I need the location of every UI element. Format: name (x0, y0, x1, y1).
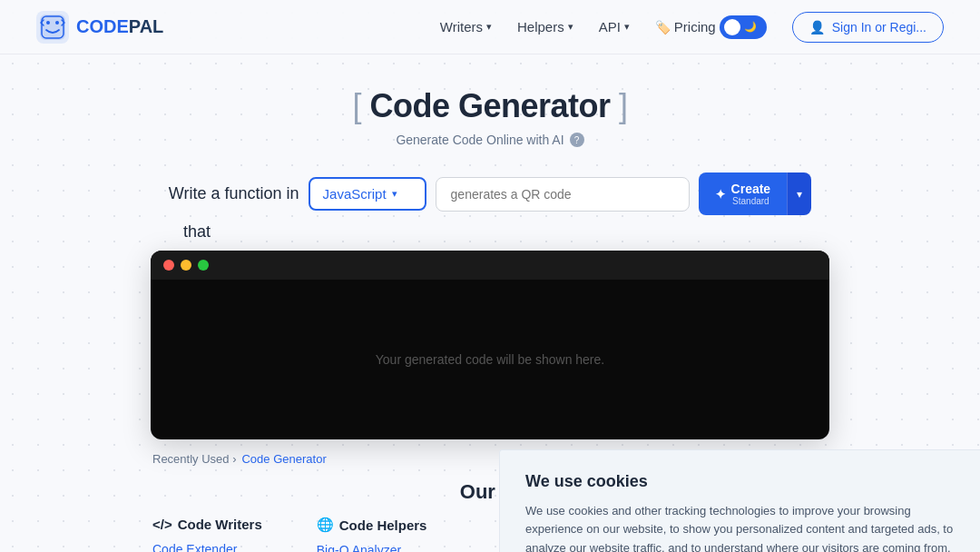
code-description-input[interactable] (436, 177, 690, 212)
globe-icon: 🌐 (317, 517, 334, 533)
pricing-icon: 🏷️ (655, 20, 671, 34)
create-button-group: ✦ Create Standard ▾ (699, 172, 812, 215)
recently-link[interactable]: Code Generator (241, 452, 326, 466)
chevron-down-icon: ▾ (568, 21, 573, 33)
logo-code: CODE (76, 16, 129, 36)
cookie-text: We use cookies and other tracking techno… (525, 502, 955, 552)
bracket-close: ] (619, 87, 628, 124)
code-icon: </> (152, 517, 172, 532)
code-writers-title: </> Code Writers (152, 517, 262, 532)
svg-point-4 (55, 21, 59, 25)
terminal-minimize-dot (181, 260, 191, 271)
cookie-banner: We use cookies We use cookies and other … (499, 449, 980, 552)
terminal-bar (151, 251, 829, 280)
list-item: Big-O Analyzer (317, 542, 427, 552)
code-helpers-title: 🌐 Code Helpers (317, 517, 427, 533)
tools-grid: </> Code Writers Code Extender Code Fixe… (152, 517, 426, 552)
create-dropdown-button[interactable]: ▾ (787, 172, 811, 215)
terminal-placeholder: Your generated code will be shown here. (376, 352, 604, 367)
subtitle-row: Generate Code Online with AI ? (396, 133, 583, 147)
create-label: Create (731, 182, 771, 196)
code-writers-column: </> Code Writers Code Extender Code Fixe… (152, 517, 262, 552)
user-icon: 👤 (809, 20, 825, 34)
toggle-circle (724, 19, 740, 35)
code-terminal: Your generated code will be shown here. (151, 251, 829, 439)
gen-label: Write a function in (169, 184, 299, 203)
logo[interactable]: CODEPAL (36, 11, 163, 44)
theme-toggle[interactable]: 🌙 (720, 15, 767, 39)
svg-point-3 (46, 21, 50, 25)
big-o-analyzer-link[interactable]: Big-O Analyzer (317, 543, 401, 552)
create-button[interactable]: ✦ Create Standard (699, 172, 788, 215)
cookie-title: We use cookies (525, 472, 955, 491)
terminal-close-dot (163, 260, 174, 271)
logo-icon (36, 11, 69, 44)
code-extender-link[interactable]: Code Extender (152, 542, 237, 552)
code-writers-list: Code Extender Code Fixer Code Generator … (152, 541, 262, 552)
terminal-expand-dot (198, 260, 209, 271)
nav-pricing[interactable]: 🏷️ Pricing 🌙 (655, 15, 767, 39)
bracket-open: [ (352, 87, 361, 124)
sign-in-button[interactable]: 👤 Sign In or Regi... (792, 12, 944, 43)
subtitle-text: Generate Code Online with AI (396, 133, 564, 147)
recently-used-row: Recently Used › Code Generator (152, 452, 327, 466)
svg-rect-1 (40, 15, 65, 40)
chevron-down-icon: ▾ (392, 188, 397, 200)
create-sublabel: Standard (731, 196, 771, 206)
nav-writers[interactable]: Writers ▾ (440, 19, 492, 34)
chevron-down-icon: ▾ (486, 21, 492, 33)
help-icon[interactable]: ? (570, 133, 584, 147)
main-nav: Writers ▾ Helpers ▾ API ▾ 🏷️ Pricing 🌙 👤… (440, 12, 944, 43)
nav-api[interactable]: API ▾ (599, 19, 630, 34)
recently-label: Recently Used › (152, 452, 236, 466)
language-value: JavaScript (323, 186, 387, 202)
list-item: Code Extender (152, 541, 262, 552)
code-helpers-column: 🌐 Code Helpers Big-O Analyzer Bug Detect… (317, 517, 427, 552)
moon-icon: 🌙 (744, 21, 757, 33)
logo-pal: PAL (129, 16, 164, 36)
page-title: [ Code Generator ] (352, 87, 627, 125)
chevron-down-icon: ▾ (624, 21, 630, 33)
generator-row: Write a function in JavaScript ▾ ✦ Creat… (169, 172, 811, 215)
terminal-body: Your generated code will be shown here. (151, 280, 829, 439)
spark-icon: ✦ (715, 187, 726, 202)
code-helpers-list: Big-O Analyzer Bug Detector Code Explain… (317, 542, 427, 552)
that-label: that (183, 222, 211, 242)
nav-helpers[interactable]: Helpers ▾ (517, 19, 573, 34)
language-selector[interactable]: JavaScript ▾ (309, 177, 426, 211)
header: CODEPAL Writers ▾ Helpers ▾ API ▾ 🏷️ Pri… (0, 0, 980, 54)
